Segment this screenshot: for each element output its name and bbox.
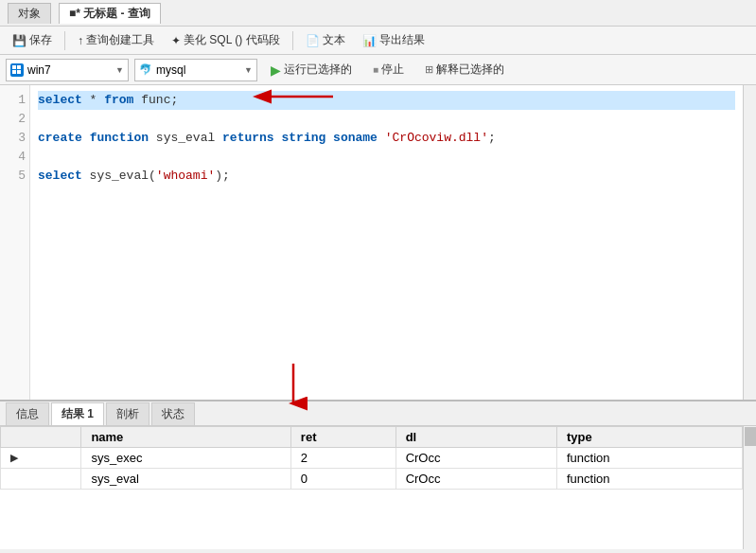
tab-objects[interactable]: 对象 xyxy=(8,3,51,24)
code-editor[interactable]: select * from func; create function sys_… xyxy=(30,85,743,400)
explain-icon: ⊞ xyxy=(425,63,433,76)
separator-2 xyxy=(292,31,293,50)
svg-rect-1 xyxy=(17,65,21,69)
results-pane: name ret dl type xyxy=(0,426,756,549)
export-button[interactable]: 📊 导出结果 xyxy=(356,29,431,51)
table-header-row: name ret dl type xyxy=(1,427,743,448)
code-line-3: create function sys_eval returns string … xyxy=(38,129,735,148)
query-tool-button[interactable]: ↑ 查询创建工具 xyxy=(71,29,161,51)
row1-indicator: ▶ xyxy=(1,448,81,469)
separator-1 xyxy=(64,31,65,50)
connection-select[interactable]: win7 ▼ xyxy=(6,59,129,81)
main-area: 1 2 3 4 5 select * from func; create fun… xyxy=(0,85,756,553)
save-icon: 💾 xyxy=(12,34,26,47)
col-header-ret: ret xyxy=(290,427,396,448)
bottom-tabs: 信息 结果 1 剖析 状态 xyxy=(0,401,756,426)
editor-pane[interactable]: 1 2 3 4 5 select * from func; create fun… xyxy=(0,85,756,401)
line-numbers: 1 2 3 4 5 xyxy=(0,85,30,400)
svg-rect-3 xyxy=(17,70,21,74)
run-button[interactable]: ▶ 运行已选择的 xyxy=(263,60,360,80)
row2-ret: 0 xyxy=(290,469,396,490)
tab-query[interactable]: ■* 无标题 - 查询 xyxy=(59,3,161,24)
explain-button[interactable]: ⊞ 解释已选择的 xyxy=(417,60,512,80)
row1-ret: 2 xyxy=(290,448,396,469)
code-line-4 xyxy=(38,148,735,167)
code-line-2 xyxy=(38,110,735,129)
tab-profile[interactable]: 剖析 xyxy=(106,402,149,425)
mysql-icon: 🐬 xyxy=(139,63,152,76)
col-header-indicator xyxy=(1,427,81,448)
bottom-section: 信息 结果 1 剖析 状态 xyxy=(0,401,756,553)
bottom-tabs-container: 信息 结果 1 剖析 状态 xyxy=(0,401,756,426)
tab-status[interactable]: 状态 xyxy=(151,402,195,425)
results-content: name ret dl type xyxy=(0,426,756,549)
scrollbar-thumb xyxy=(745,427,756,446)
row2-dl: CrOcc xyxy=(396,469,556,490)
col-header-name: name xyxy=(81,427,290,448)
connection-arrow: ▼ xyxy=(115,65,124,75)
results-scrollbar[interactable] xyxy=(743,426,756,549)
text-icon: 📄 xyxy=(306,34,320,47)
text-button[interactable]: 📄 文本 xyxy=(299,29,352,51)
results-scroll[interactable]: name ret dl type xyxy=(0,426,743,549)
row1-name: sys_exec xyxy=(81,448,290,469)
query-tool-icon: ↑ xyxy=(78,34,83,47)
col-header-type: type xyxy=(557,427,743,448)
row1-type: function xyxy=(557,448,743,469)
svg-rect-0 xyxy=(12,65,16,69)
row2-type: function xyxy=(557,469,743,490)
database-select[interactable]: 🐬 mysql ▼ xyxy=(134,59,257,81)
db-toolbar: win7 ▼ 🐬 mysql ▼ ▶ 运行已选择的 ■ 停止 ⊞ 解释已选择的 xyxy=(0,55,756,85)
table-row: ▶ sys_exec 2 CrOcc xyxy=(1,448,743,469)
tab-result1[interactable]: 结果 1 xyxy=(51,402,104,425)
table-row: sys_eval 0 CrOcc function xyxy=(1,469,743,490)
stop-button[interactable]: ■ 停止 xyxy=(365,60,412,80)
beautify-sql-button[interactable]: ✦ 美化 SQL () 代码段 xyxy=(165,29,287,51)
win-icon xyxy=(10,63,24,77)
save-button[interactable]: 💾 保存 xyxy=(6,29,59,51)
code-line-5: select sys_eval( 'whoami' ); xyxy=(38,167,735,186)
editor-scrollbar[interactable] xyxy=(743,85,756,400)
title-bar: 对象 ■* 无标题 - 查询 xyxy=(0,0,756,27)
row2-name: sys_eval xyxy=(81,469,290,490)
code-line-1: select * from func; xyxy=(38,91,735,110)
run-icon: ▶ xyxy=(271,62,281,78)
main-toolbar: 💾 保存 ↑ 查询创建工具 ✦ 美化 SQL () 代码段 📄 文本 📊 导出结… xyxy=(0,27,756,55)
beautify-icon: ✦ xyxy=(171,34,181,47)
stop-icon: ■ xyxy=(373,64,378,75)
export-icon: 📊 xyxy=(362,34,377,47)
tab-info[interactable]: 信息 xyxy=(6,402,49,425)
database-arrow: ▼ xyxy=(244,65,253,75)
row2-indicator xyxy=(1,469,81,490)
svg-rect-2 xyxy=(12,70,16,74)
results-table: name ret dl type xyxy=(0,426,743,490)
col-header-dl: dl xyxy=(396,427,556,448)
row1-dl: CrOcc xyxy=(396,448,556,469)
